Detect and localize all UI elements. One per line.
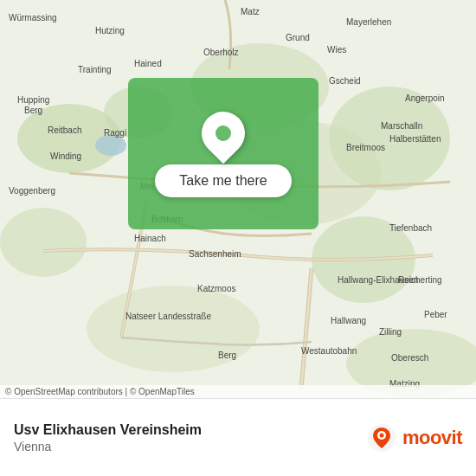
svg-point-5 [0,208,87,277]
map-label: Tiefenbach [389,223,432,233]
map-label: Würmassing [9,13,57,23]
map-label: Zilling [379,327,402,337]
map-label: Berg [24,106,42,115]
map-label: Hallwang [331,316,366,325]
map-label: Voggenberg [9,186,55,196]
map-label: Marschalln [381,121,422,131]
map-label: Reicherting [398,275,442,285]
moovit-logo: moovit [366,422,462,453]
map-label: Mayerlehen [346,17,391,27]
map-attribution: © OpenStreetMap contributors | © OpenMap… [0,385,476,398]
highlight-box: Take me there [128,78,318,229]
bottom-bar: Usv Elixhausen Vereinsheim Vienna moovit [0,398,476,476]
map-label: Hainach [134,234,166,243]
map-label: Raggi [104,128,126,138]
map-label: Winding [50,151,81,161]
map-label: Katzmoos [197,284,235,293]
map-label: Reitbach [48,125,81,135]
map-label: Hained [134,59,162,68]
map-label: Matz [241,7,260,16]
moovit-text: moovit [402,427,462,449]
map-label: Sachsenheim [189,249,241,259]
location-city: Vienna [14,440,202,453]
location-name: Usv Elixhausen Vereinsheim [14,422,202,438]
svg-point-10 [95,135,126,156]
map-label: Halberstätten [389,134,441,144]
take-me-there-button[interactable]: Take me there [155,164,291,197]
map-label: Grund [286,33,310,42]
map-label: Oberholz [203,48,239,57]
moovit-icon [366,422,397,453]
map-label: Natseer Landesstraße [125,312,211,321]
location-pin-icon [201,111,246,156]
map-label: Oberesch [391,353,428,363]
map-label: Breitmoos [346,143,385,152]
location-info: Usv Elixhausen Vereinsheim Vienna [14,422,202,453]
map-label: Berg [218,351,236,360]
map-container: WürmassingHutzingMayerlehenTraintingHain… [0,0,476,398]
map-label: Peber [424,310,447,319]
map-label: Trainting [78,65,112,74]
map-label: Gscheid [329,76,361,86]
map-label: Angerpoin [405,93,445,103]
map-label: Westautobahn [301,346,357,356]
map-label: Hutzing [95,26,125,35]
map-label: Hupping [17,95,49,105]
svg-point-13 [379,433,383,437]
map-label: Wies [327,45,346,55]
